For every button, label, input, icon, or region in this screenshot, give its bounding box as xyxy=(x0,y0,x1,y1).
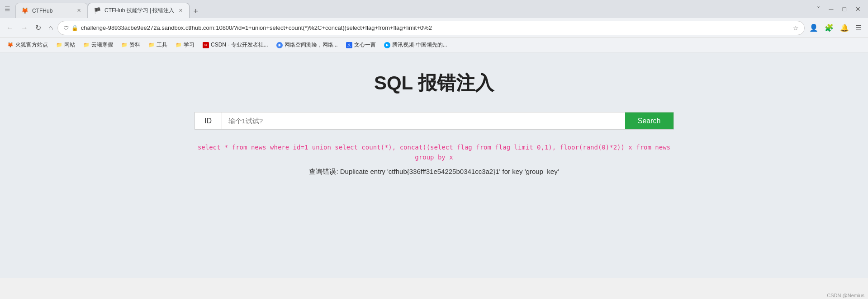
address-input[interactable] xyxy=(81,24,790,31)
new-tab-btn[interactable]: + xyxy=(190,5,202,18)
bookmark-csdn-label: CSDN - 专业开发者社... xyxy=(211,41,268,49)
folder-icon-5: 📁 xyxy=(175,42,182,48)
tab-ctfhub[interactable]: 🦊 CTFHub ✕ xyxy=(15,3,88,18)
bookmark-data[interactable]: 📁 资料 xyxy=(118,40,144,50)
title-bar: ☰ 🦊 CTFHub ✕ 🏴 CTFHub 技能学习 | 报错注入 ✕ + ˅ … xyxy=(0,0,868,18)
minimize-btn[interactable]: ─ xyxy=(825,4,837,14)
csdn-icon: C xyxy=(203,42,209,48)
browser-chrome: ☰ 🦊 CTFHub ✕ 🏴 CTFHub 技能学习 | 报错注入 ✕ + ˅ … xyxy=(0,0,868,52)
nav-extras: 👤 🧩 🔔 ☰ xyxy=(806,22,864,34)
folder-icon-4: 📁 xyxy=(148,42,155,48)
close-btn[interactable]: ✕ xyxy=(852,4,864,14)
id-label: ID xyxy=(195,112,222,129)
menu-btn[interactable]: ☰ xyxy=(853,22,864,34)
tab2-close-btn[interactable]: ✕ xyxy=(178,7,184,14)
bookmark-fofa-label: 网络空间测绘，网络... xyxy=(285,41,338,49)
bookmark-wenxin[interactable]: 文 文心一言 xyxy=(342,40,379,50)
id-input[interactable] xyxy=(222,112,625,129)
bookmark-firefox[interactable]: 🦊 火狐官方站点 xyxy=(4,40,52,50)
bookmark-csdn[interactable]: C CSDN - 专业开发者社... xyxy=(199,40,272,50)
extensions-btn[interactable]: 🧩 xyxy=(822,22,836,34)
sidebar-toggle-btn[interactable]: ☰ xyxy=(4,5,11,13)
bookmark-star-icon[interactable]: ☆ xyxy=(793,24,799,32)
page-content: SQL 报错注入 ID Search select * from news wh… xyxy=(0,52,868,278)
wenxin-icon: 文 xyxy=(346,42,352,48)
tab-list-btn[interactable]: ˅ xyxy=(813,4,824,14)
fofa-icon: ◉ xyxy=(276,42,283,48)
window-controls-left: ☰ xyxy=(4,5,11,13)
bookmark-wenxin-label: 文心一言 xyxy=(354,41,376,49)
tab-bar: 🦊 CTFHub ✕ 🏴 CTFHub 技能学习 | 报错注入 ✕ + xyxy=(15,0,811,18)
firefox-icon: 🦊 xyxy=(7,42,14,48)
bookmarks-bar: 🦊 火狐官方站点 📁 网站 📁 云曦寒假 📁 资料 📁 工具 📁 学习 C CS… xyxy=(0,38,868,52)
address-bar-container: 🛡 🔒 ☆ xyxy=(57,21,805,35)
bookmark-cloud-label: 云曦寒假 xyxy=(91,41,113,49)
bookmark-website[interactable]: 📁 网站 xyxy=(52,40,79,50)
nav-bar: ← → ↻ ⌂ 🛡 🔒 ☆ 👤 🧩 🔔 ☰ xyxy=(0,18,868,38)
tab1-title: CTFHub xyxy=(32,8,72,14)
page-title: SQL 报错注入 xyxy=(374,70,494,96)
tab1-close-btn[interactable]: ✕ xyxy=(76,7,82,14)
bookmark-tools[interactable]: 📁 工具 xyxy=(145,40,171,50)
reload-btn[interactable]: ↻ xyxy=(33,22,44,34)
status-bar: CSDN @Nemius xyxy=(823,292,868,299)
forward-btn[interactable]: → xyxy=(18,22,31,34)
tencent-icon: ▶ xyxy=(384,42,390,48)
tab-ctfhub-injection[interactable]: 🏴 CTFHub 技能学习 | 报错注入 ✕ xyxy=(88,3,190,18)
status-credit: CSDN @Nemius xyxy=(827,293,864,298)
sql-output: select * from news where id=1 union sele… xyxy=(194,142,674,177)
sql-query-text: select * from news where id=1 union sele… xyxy=(194,142,674,163)
security-icon: 🛡 xyxy=(63,25,69,31)
account-btn[interactable]: 👤 xyxy=(806,22,821,34)
bookmark-cloud[interactable]: 📁 云曦寒假 xyxy=(80,40,117,50)
tab2-title: CTFHub 技能学习 | 报错注入 xyxy=(104,7,174,14)
notifications-btn[interactable]: 🔔 xyxy=(837,22,852,34)
lock-icon: 🔒 xyxy=(71,25,78,31)
bookmark-website-label: 网站 xyxy=(64,41,75,49)
folder-icon-2: 📁 xyxy=(83,42,90,48)
home-btn[interactable]: ⌂ xyxy=(46,22,56,34)
sql-error-text: 查询错误: Duplicate entry 'ctfhub{336fff31e5… xyxy=(194,166,674,177)
window-controls-right: ˅ ─ □ ✕ xyxy=(813,4,864,14)
search-button[interactable]: Search xyxy=(625,112,674,129)
bookmark-study[interactable]: 📁 学习 xyxy=(172,40,198,50)
bookmark-firefox-label: 火狐官方站点 xyxy=(15,41,48,49)
bookmark-tencent[interactable]: ▶ 腾讯视频-中国领先的... xyxy=(380,40,451,50)
tab2-favicon: 🏴 xyxy=(94,7,101,14)
bookmark-study-label: 学习 xyxy=(184,41,194,49)
search-form: ID Search xyxy=(194,112,674,130)
bookmark-data-label: 资料 xyxy=(129,41,140,49)
tab1-favicon: 🦊 xyxy=(21,7,28,14)
folder-icon-3: 📁 xyxy=(121,42,128,48)
bookmark-fofa[interactable]: ◉ 网络空间测绘，网络... xyxy=(273,40,342,50)
bookmark-tools-label: 工具 xyxy=(157,41,167,49)
maximize-btn[interactable]: □ xyxy=(839,4,850,14)
bookmark-tencent-label: 腾讯视频-中国领先的... xyxy=(392,41,447,49)
folder-icon-1: 📁 xyxy=(56,42,62,48)
back-btn[interactable]: ← xyxy=(4,22,16,34)
